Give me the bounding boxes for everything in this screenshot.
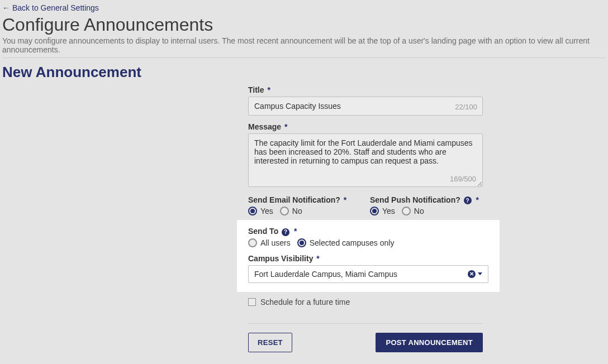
push-yes-radio[interactable]: Yes [370,207,395,215]
email-label: Send Email Notification? * [248,195,361,204]
title-input[interactable] [248,97,483,116]
help-icon[interactable]: ? [464,197,472,204]
radio-icon [402,207,411,215]
back-link-label: Back to General Settings [12,3,99,12]
help-icon[interactable]: ? [282,228,289,236]
message-input[interactable] [248,133,483,187]
push-no-radio[interactable]: No [402,207,424,215]
schedule-label: Schedule for a future time [260,298,350,306]
section-title: New Announcement [2,64,606,81]
campus-visibility-select[interactable]: Fort Lauderdale Campus, Miami Campus ✕ [248,265,488,283]
sendto-all-radio[interactable]: All users [248,238,291,247]
required-mark: * [267,85,270,94]
email-notification-group: Send Email Notification? * Yes No [248,195,361,215]
reset-button[interactable]: RESET [248,333,292,352]
push-label: Send Push Notification? ? * [370,195,483,204]
sendto-label: Send To ? * [248,227,488,236]
radio-icon [297,238,306,247]
push-notification-group: Send Push Notification? ? * Yes No [370,195,483,215]
send-to-block: Send To ? * All users Selected campuses … [237,220,500,291]
form-divider [248,323,483,324]
radio-icon [248,207,257,215]
email-no-radio[interactable]: No [280,207,302,215]
title-label: Title * [248,85,483,94]
radio-icon [370,207,379,215]
back-link[interactable]: ← Back to General Settings [2,3,99,12]
required-mark: * [294,227,297,236]
message-label: Message * [248,122,483,131]
required-mark: * [316,254,319,263]
campus-visibility-value: Fort Lauderdale Campus, Miami Campus [254,270,397,279]
radio-icon [280,207,289,215]
checkbox-icon [248,298,256,306]
required-mark: * [476,195,479,204]
required-mark: * [344,195,346,204]
clear-icon[interactable]: ✕ [468,270,476,278]
radio-icon [248,238,257,247]
email-yes-radio[interactable]: Yes [248,207,273,215]
schedule-checkbox[interactable]: Schedule for a future time [248,298,483,306]
chevron-down-icon [478,272,482,275]
header-divider [2,58,606,58]
campus-visibility-label: Campus Visibility * [248,254,488,263]
required-mark: * [284,122,287,131]
announcement-form: Title * 22/100 Message * 169/500 Send Em… [248,85,483,352]
page-description: You may configure announcements to displ… [2,36,606,54]
arrow-left-icon: ← [2,4,10,12]
post-announcement-button[interactable]: POST ANNOUNCEMENT [376,333,483,352]
sendto-selected-radio[interactable]: Selected campuses only [297,238,395,247]
page-title: Configure Announcements [2,15,606,35]
